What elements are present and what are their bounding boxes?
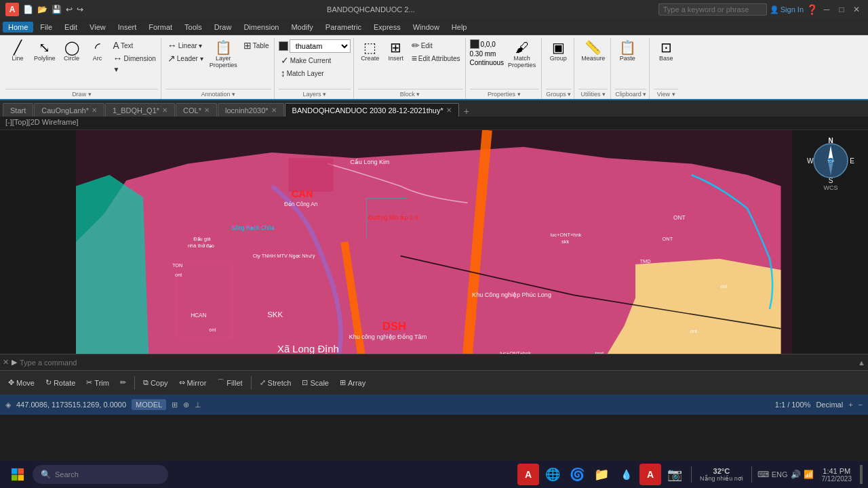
network-icon[interactable]: 📶 bbox=[804, 470, 814, 479]
keyboard-icon[interactable]: ⌨ bbox=[757, 470, 769, 479]
grid-toggle[interactable]: ⊞ bbox=[172, 401, 178, 409]
leader-icon: ↗ bbox=[167, 53, 176, 64]
taskbar-app-chrome[interactable]: 🌀 bbox=[566, 464, 588, 485]
move-button[interactable]: ✥ Move bbox=[5, 377, 37, 388]
draw-circle-button[interactable]: ◯ Circle bbox=[60, 39, 84, 63]
paste-button[interactable]: 📋 Paste bbox=[615, 39, 639, 63]
menu-dimension[interactable]: Dimension bbox=[238, 22, 284, 33]
block-insert-button[interactable]: ⊞ Insert bbox=[384, 39, 408, 63]
menu-modify[interactable]: Modify bbox=[285, 22, 318, 33]
measure-button[interactable]: 📏 Measure bbox=[578, 39, 608, 63]
block-edit-attributes-button[interactable]: ≡ Edit Attributes bbox=[410, 52, 462, 64]
draw-arc-button[interactable]: ◜ Arc bbox=[85, 39, 110, 63]
base-view-button[interactable]: ⊡ Base bbox=[654, 39, 678, 63]
menu-edit[interactable]: Edit bbox=[59, 22, 83, 33]
tab-cauonglanh-close[interactable]: ✕ bbox=[92, 106, 97, 114]
group-button[interactable]: ▣ Group bbox=[546, 39, 570, 63]
zoom-in-button[interactable]: + bbox=[848, 401, 852, 409]
volume-icon[interactable]: 🔊 bbox=[791, 470, 801, 479]
menu-window[interactable]: Window bbox=[408, 22, 445, 33]
menu-view[interactable]: View bbox=[84, 22, 111, 33]
taskbar-app-extra[interactable]: 📷 bbox=[664, 464, 686, 485]
minimize-button[interactable]: ─ bbox=[821, 3, 833, 16]
svg-text:ONT: ONT bbox=[673, 215, 685, 221]
snap-toggle[interactable]: ⊕ bbox=[183, 401, 189, 409]
taskbar-app-edge[interactable]: 🌐 bbox=[542, 464, 564, 485]
tab-cauonglanh[interactable]: CauOngLanh* ✕ bbox=[34, 103, 104, 117]
tab-col[interactable]: COL* ✕ bbox=[176, 103, 217, 117]
save-btn[interactable]: 💾 bbox=[52, 5, 62, 14]
match-properties-button[interactable]: 🖌 MatchProperties bbox=[505, 39, 538, 70]
taskbar-app-autocad2[interactable]: A bbox=[639, 464, 661, 485]
draw-dimension-button[interactable]: ↔ Dimension bbox=[111, 52, 158, 64]
tab-bdqh-close[interactable]: ✕ bbox=[162, 106, 167, 114]
add-tab-button[interactable]: + bbox=[460, 106, 473, 117]
mirror-button[interactable]: ⇔ Mirror bbox=[176, 377, 210, 388]
help-icon[interactable]: ❓ bbox=[806, 4, 818, 15]
rotate-button[interactable]: ↻ Rotate bbox=[43, 377, 78, 388]
command-input[interactable] bbox=[20, 359, 855, 367]
taskbar-app-dropbox[interactable]: 💧 bbox=[615, 464, 637, 485]
snap-icon: ◈ bbox=[5, 401, 11, 409]
make-current-button[interactable]: ✓ Make Current bbox=[279, 54, 351, 66]
maximize-button[interactable]: □ bbox=[835, 3, 848, 16]
tab-locninh-close[interactable]: ✕ bbox=[271, 106, 277, 114]
menu-file[interactable]: File bbox=[35, 22, 58, 33]
svg-marker-2 bbox=[76, 175, 149, 354]
ortho-toggle[interactable]: ⊥ bbox=[195, 401, 201, 409]
draw-text-button[interactable]: A Text bbox=[111, 39, 158, 52]
tab-locninh[interactable]: locninh2030* ✕ bbox=[218, 103, 284, 117]
tab-bdqh[interactable]: 1_BDQH_Q1* ✕ bbox=[105, 103, 175, 117]
language-indicator[interactable]: ENG bbox=[772, 470, 788, 479]
menu-home[interactable]: Home bbox=[3, 22, 33, 33]
menu-format[interactable]: Format bbox=[143, 22, 178, 33]
draw-more-button[interactable]: ▼ bbox=[111, 65, 158, 74]
annotation-layer-properties-button[interactable]: 📋 LayerProperties bbox=[207, 39, 240, 70]
tab-col-close[interactable]: ✕ bbox=[204, 106, 210, 114]
fillet-button[interactable]: ⌒ Fillet bbox=[214, 376, 245, 389]
show-desktop-button[interactable] bbox=[860, 465, 863, 484]
draw-tool-icon[interactable]: ✏ bbox=[117, 377, 129, 388]
annotation-leader-button[interactable]: ↗ Leader ▾ bbox=[165, 52, 205, 64]
model-button[interactable]: MODEL bbox=[132, 399, 166, 410]
annotation-table-button[interactable]: ⊞ Table bbox=[241, 39, 271, 52]
start-button[interactable] bbox=[5, 462, 30, 487]
svg-rect-44 bbox=[12, 475, 18, 481]
stretch-button[interactable]: ⤢ Stretch bbox=[257, 377, 294, 388]
layer-dropdown[interactable]: thuatam bbox=[290, 39, 351, 53]
undo-btn[interactable]: ↩ bbox=[66, 5, 73, 14]
redo-btn[interactable]: ↪ bbox=[77, 5, 83, 14]
sign-in-button[interactable]: 👤 Sign In bbox=[770, 5, 804, 14]
menu-parametric[interactable]: Parametric bbox=[320, 22, 367, 33]
title-search-input[interactable] bbox=[658, 3, 767, 16]
tab-bandoqh-close[interactable]: ✕ bbox=[446, 106, 452, 114]
scale-button[interactable]: ⊡ Scale bbox=[299, 377, 332, 388]
taskbar-app-explorer[interactable]: 📁 bbox=[591, 464, 612, 485]
block-edit-button[interactable]: ✏ Edit bbox=[410, 39, 462, 52]
tab-bandoqh[interactable]: BANDOQHCANDUOC 2030 28-12-2021thuy* ✕ bbox=[285, 103, 459, 117]
copy-button[interactable]: ⧉ Copy bbox=[140, 377, 171, 388]
close-button[interactable]: ✕ bbox=[850, 3, 863, 16]
menu-insert[interactable]: Insert bbox=[113, 22, 142, 33]
command-close-button[interactable]: ✕ bbox=[3, 358, 9, 367]
command-expand-button[interactable]: ▲ bbox=[858, 359, 865, 367]
block-create-button[interactable]: ⬚ Create bbox=[358, 39, 382, 63]
taskbar-search-box[interactable]: 🔍 Search bbox=[33, 465, 168, 484]
trim-button[interactable]: ✂ Trim bbox=[83, 377, 112, 388]
viewport-info: [-][Top][2D Wireframe] bbox=[0, 117, 868, 130]
new-btn[interactable]: 📄 bbox=[23, 5, 33, 14]
main-viewport[interactable]: Cầu Long Kim CAN Đồn Công An Sông Rạch C… bbox=[0, 130, 868, 354]
menu-draw[interactable]: Draw bbox=[209, 22, 237, 33]
match-layer-button[interactable]: ↕ Match Layer bbox=[279, 67, 351, 79]
menu-tools[interactable]: Tools bbox=[179, 22, 208, 33]
tab-start[interactable]: Start bbox=[3, 103, 33, 117]
open-btn[interactable]: 📂 bbox=[37, 5, 47, 14]
draw-polyline-button[interactable]: ⤡ Polyline bbox=[31, 39, 58, 63]
menu-help[interactable]: Help bbox=[446, 22, 473, 33]
menu-express[interactable]: Express bbox=[368, 22, 406, 33]
taskbar-app-autocad[interactable]: A bbox=[517, 464, 539, 485]
zoom-out-button[interactable]: − bbox=[859, 401, 863, 409]
annotation-linear-button[interactable]: ↔ Linear ▾ bbox=[165, 39, 205, 52]
array-button[interactable]: ⊞ Array bbox=[337, 377, 368, 388]
draw-line-button[interactable]: ╱ Line bbox=[5, 39, 30, 63]
